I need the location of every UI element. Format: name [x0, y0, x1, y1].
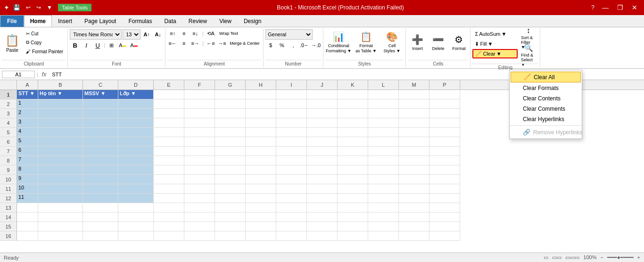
cell-b5[interactable] [38, 128, 83, 137]
tab-data[interactable]: Data [158, 15, 182, 27]
cell-f4[interactable] [184, 118, 215, 128]
cell-m12[interactable] [399, 194, 429, 203]
cell-p4[interactable] [429, 118, 460, 128]
cell-a1[interactable]: STT ▼ [17, 90, 38, 99]
cell-k12[interactable] [338, 194, 368, 203]
cell-h7[interactable] [246, 147, 276, 156]
cell-j12[interactable] [307, 194, 338, 203]
cell-h11[interactable] [246, 184, 276, 194]
clear-hyperlinks-item[interactable]: Clear Hyperlinks [510, 114, 582, 124]
cell-c6[interactable] [83, 137, 118, 147]
cell-e9[interactable] [154, 165, 184, 175]
tab-page-layout[interactable]: Page Layout [78, 15, 122, 27]
col-header-a[interactable]: A [17, 80, 38, 90]
cell-l3[interactable] [368, 109, 399, 118]
cell-m1[interactable] [399, 90, 429, 99]
cell-a14[interactable] [17, 213, 38, 222]
cell-k11[interactable] [338, 184, 368, 194]
cell-e10[interactable] [154, 175, 184, 184]
cell-h9[interactable] [246, 165, 276, 175]
border-button[interactable]: ⊞ [106, 41, 116, 49]
cell-c9[interactable] [83, 165, 118, 175]
cell-c16[interactable] [83, 231, 118, 241]
col-header-e[interactable]: E [154, 80, 184, 90]
cell-l10[interactable] [368, 175, 399, 184]
cell-c2[interactable] [83, 99, 118, 109]
cell-h2[interactable] [246, 99, 276, 109]
col-header-g[interactable]: G [215, 80, 246, 90]
cell-h14[interactable] [246, 213, 276, 222]
cell-k4[interactable] [338, 118, 368, 128]
cut-button[interactable]: ✂ Cut [24, 29, 66, 38]
tab-home[interactable]: Home [24, 15, 52, 27]
cell-f3[interactable] [184, 109, 215, 118]
orientation-btn[interactable]: ⟲A [206, 29, 216, 38]
cell-h1[interactable] [246, 90, 276, 99]
zoom-out-btn[interactable]: − [600, 254, 603, 261]
cell-k1[interactable] [338, 90, 368, 99]
cell-i14[interactable] [276, 213, 307, 222]
cell-a9[interactable]: 8 [17, 165, 38, 175]
col-header-l[interactable]: L [368, 80, 399, 90]
clear-button[interactable]: 🧹 Clear ▼ [472, 49, 518, 58]
cell-e6[interactable] [154, 137, 184, 147]
cell-m5[interactable] [399, 128, 429, 137]
cell-f14[interactable] [184, 213, 215, 222]
fill-color-button[interactable]: A▬ [117, 41, 128, 49]
cell-g8[interactable] [215, 156, 246, 165]
cell-d14[interactable] [118, 213, 154, 222]
cell-l5[interactable] [368, 128, 399, 137]
col-header-d[interactable]: D [118, 80, 154, 90]
delete-button[interactable]: ➖ Delete [429, 29, 447, 56]
cell-e8[interactable] [154, 156, 184, 165]
cell-p8[interactable] [429, 156, 460, 165]
align-right-btn[interactable]: ≡→ [190, 39, 200, 48]
cell-i11[interactable] [276, 184, 307, 194]
format-as-table-button[interactable]: 📋 Formatas Table ▼ [354, 29, 378, 56]
cell-j15[interactable] [307, 222, 338, 231]
cell-b7[interactable] [38, 147, 83, 156]
cell-j3[interactable] [307, 109, 338, 118]
cell-j5[interactable] [307, 128, 338, 137]
cell-h4[interactable] [246, 118, 276, 128]
cell-b13[interactable] [38, 203, 83, 213]
cell-e16[interactable] [154, 231, 184, 241]
cell-a8[interactable]: 7 [17, 156, 38, 165]
cell-g14[interactable] [215, 213, 246, 222]
cell-a7[interactable]: 6 [17, 147, 38, 156]
cell-i4[interactable] [276, 118, 307, 128]
cell-k3[interactable] [338, 109, 368, 118]
cell-e15[interactable] [154, 222, 184, 231]
cell-styles-button[interactable]: 🎨 CellStyles ▼ [380, 29, 404, 56]
view-normal-btn[interactable]: ▭ [544, 254, 548, 261]
cell-d5[interactable] [118, 128, 154, 137]
cell-m14[interactable] [399, 213, 429, 222]
cell-l7[interactable] [368, 147, 399, 156]
cell-j7[interactable] [307, 147, 338, 156]
cell-b4[interactable] [38, 118, 83, 128]
cell-j6[interactable] [307, 137, 338, 147]
tab-review[interactable]: Review [182, 15, 213, 27]
zoom-in-btn[interactable]: + [637, 254, 640, 261]
cell-b3[interactable] [38, 109, 83, 118]
cell-f8[interactable] [184, 156, 215, 165]
customize-quick-btn[interactable]: ▼ [45, 3, 54, 12]
cell-g15[interactable] [215, 222, 246, 231]
cell-c11[interactable] [83, 184, 118, 194]
cell-m16[interactable] [399, 231, 429, 241]
cell-h6[interactable] [246, 137, 276, 147]
cell-i9[interactable] [276, 165, 307, 175]
cell-g11[interactable] [215, 184, 246, 194]
cell-p1[interactable] [429, 90, 460, 99]
paste-button[interactable]: 📋 Paste [2, 29, 23, 57]
cell-b15[interactable] [38, 222, 83, 231]
italic-button[interactable]: I [81, 41, 91, 49]
help-btn[interactable]: ? [589, 3, 596, 12]
font-size-select[interactable]: 13 [123, 29, 140, 40]
cell-i10[interactable] [276, 175, 307, 184]
cell-g6[interactable] [215, 137, 246, 147]
cell-j13[interactable] [307, 203, 338, 213]
cell-m9[interactable] [399, 165, 429, 175]
cell-p7[interactable] [429, 147, 460, 156]
cell-i3[interactable] [276, 109, 307, 118]
